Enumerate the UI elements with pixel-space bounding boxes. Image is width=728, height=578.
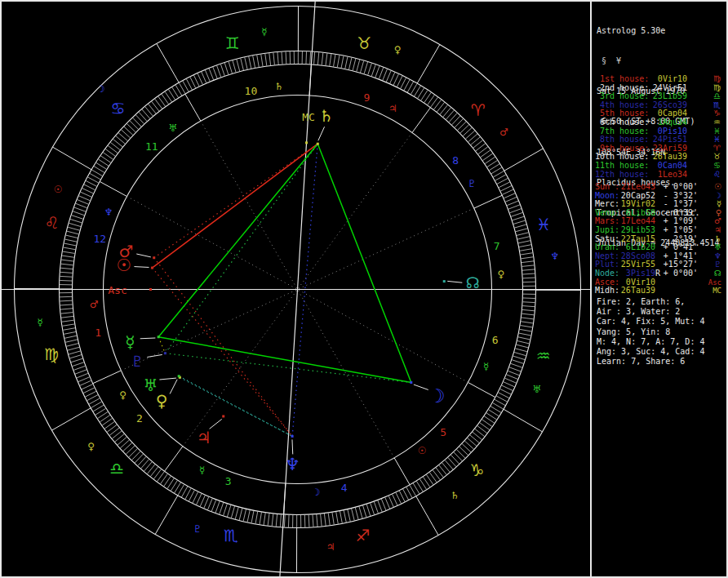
sign-boundary-spoke <box>157 43 179 82</box>
stat-line: M: 4, N: 7, A: 7, D: 4 <box>597 337 704 347</box>
house-row: 6th house: 1Aqu34♒ <box>595 118 724 127</box>
degree-tick <box>390 73 395 84</box>
degree-tick <box>326 53 327 65</box>
degree-tick <box>260 512 261 524</box>
planet-dot-moon <box>410 381 412 384</box>
degree-tick <box>186 79 192 90</box>
degree-tick <box>396 492 402 504</box>
degree-tick <box>231 506 234 518</box>
sign-glyph-libra: ♎ <box>109 459 124 478</box>
degree-tick <box>81 192 92 197</box>
degree-tick <box>355 508 358 520</box>
degree-tick <box>211 500 215 511</box>
degree-tick <box>508 205 520 209</box>
planet-velocity: + 0°00' <box>661 269 698 278</box>
planet-glyph-moon: ☽ <box>428 385 446 407</box>
planet-icon: Asc <box>708 278 724 287</box>
sign-ruler-icon: ☉ <box>54 184 63 195</box>
degree-tick <box>508 371 519 375</box>
house-ruler-icon: ☉ <box>418 445 427 456</box>
degree-tick <box>515 225 526 228</box>
degree-tick <box>386 71 391 82</box>
degree-tick <box>344 510 346 522</box>
sign-glyph-capricorn: ♑ <box>470 460 485 480</box>
degree-tick <box>522 318 534 319</box>
house-ruler-icon: ☿ <box>199 465 205 476</box>
degree-tick <box>239 509 242 521</box>
degree-tick <box>507 201 518 206</box>
degree-tick <box>500 389 511 394</box>
planet-glyph-mercury: ☿ <box>125 332 135 352</box>
planet-dot-uranus <box>178 375 180 377</box>
planet-row: Jupi:29Lib53+ 1°05'♃ <box>595 226 724 235</box>
planet-position-list: Sun :21Leo43+ 0°00'☉Moon:20Cap52- 3°32'☽… <box>595 183 724 296</box>
degree-tick <box>272 514 273 526</box>
degree-tick <box>360 61 363 73</box>
stat-line: Air : 3, Water: 2 <box>597 307 704 317</box>
degree-tick <box>78 200 89 205</box>
degree-tick <box>60 300 72 301</box>
planet-pointer <box>170 380 177 394</box>
degree-tick <box>60 309 73 309</box>
sign-glyph-cancer: ♋ <box>111 99 126 118</box>
house-cusp-spoke <box>394 458 410 485</box>
planet-velocity: + 0°00' <box>661 183 698 192</box>
degree-tick <box>406 487 412 498</box>
degree-tick <box>523 278 535 278</box>
degree-tick <box>364 62 367 73</box>
planet-label: Sun : <box>595 183 620 192</box>
degree-tick <box>257 55 260 67</box>
degree-tick <box>519 333 531 336</box>
sign-glyph-sagittarius: ♐ <box>355 526 370 545</box>
degree-tick <box>321 514 322 527</box>
degree-tick <box>181 487 187 497</box>
degree-tick <box>520 249 532 251</box>
degree-tick <box>393 74 398 86</box>
degree-tick <box>507 375 518 380</box>
degree-tick <box>374 502 378 514</box>
degree-tick <box>198 73 202 85</box>
degree-tick <box>60 305 73 305</box>
stat-line: Ang: 3, Suc: 4, Cad: 4 <box>597 347 704 357</box>
sign-ruler-icon: ♄ <box>451 490 459 501</box>
app-title: Astrolog 5.30e <box>597 26 720 36</box>
planet-dot-mars <box>153 256 155 259</box>
degree-tick <box>220 64 224 76</box>
degree-tick <box>378 500 382 512</box>
planet-glyph-pluto: ♇ <box>131 353 144 370</box>
planet-label: Midh: <box>595 287 620 296</box>
degree-tick <box>521 322 533 323</box>
house-cusp-list: 1st house: 0Vir10♍ 2nd house:24Vir51♍ 3r… <box>595 75 724 179</box>
degree-tick <box>69 223 81 226</box>
house-cusp-value: 0Vir10 <box>650 75 687 84</box>
degree-tick <box>505 197 517 202</box>
degree-tick <box>511 363 522 367</box>
planet-pointer <box>140 338 156 339</box>
degree-tick <box>66 235 78 238</box>
aspect-square-sun-neptune <box>152 268 292 436</box>
degree-tick <box>282 52 282 64</box>
degree-tick <box>202 72 206 83</box>
house-cusp-spoke <box>474 195 503 208</box>
degree-tick <box>73 366 85 370</box>
degree-tick <box>521 253 533 255</box>
planet-position-value: 26Tau39 <box>620 287 655 296</box>
degree-tick <box>379 68 383 79</box>
house-cusp-value: 1Leo34 <box>650 171 687 180</box>
degree-tick <box>251 511 254 523</box>
degree-tick <box>189 490 194 500</box>
degree-tick <box>306 51 307 64</box>
degree-tick <box>334 55 335 67</box>
house-ruler-icon: ♂ <box>90 299 99 310</box>
degree-tick <box>522 313 534 315</box>
degree-tick <box>197 494 202 505</box>
sign-ruler-icon: ☽ <box>96 83 105 95</box>
degree-tick <box>204 497 209 509</box>
degree-tick <box>237 60 240 72</box>
planet-pointer <box>318 127 325 140</box>
degree-tick <box>517 237 530 239</box>
degree-tick <box>77 373 88 378</box>
degree-tick <box>62 320 74 322</box>
degree-tick <box>403 489 409 500</box>
planet-glyph-jupiter: ♃ <box>197 428 211 447</box>
